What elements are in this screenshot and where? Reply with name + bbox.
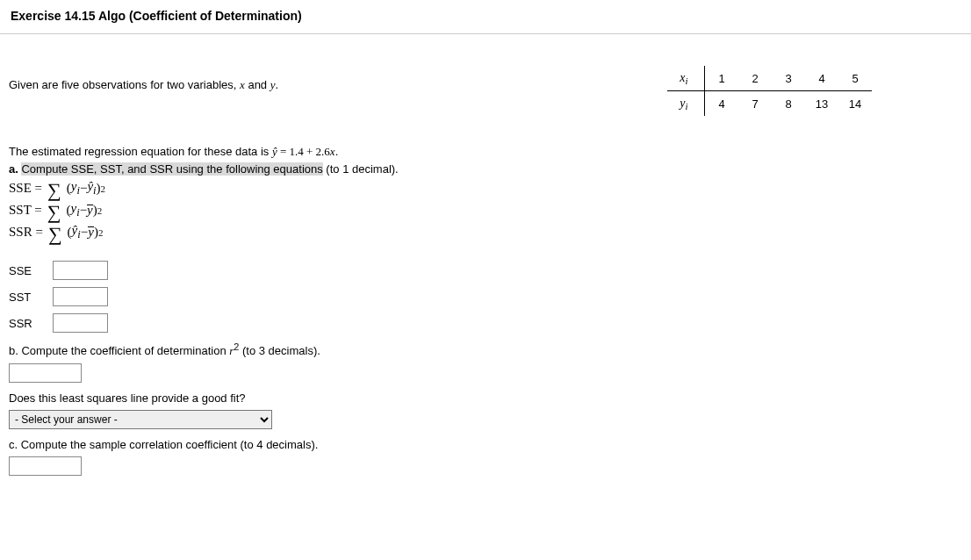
part-a-label: a.	[9, 162, 18, 176]
input-sst[interactable]	[53, 287, 108, 306]
table-cell: 4	[805, 66, 838, 91]
input-corr[interactable]	[9, 456, 82, 476]
table-cell: 1	[705, 66, 739, 91]
part-b-after: (to 3 decimals).	[239, 344, 320, 357]
formula-sst: SST = ∑ (yi − y)2	[9, 201, 962, 219]
part-b-before: b. Compute the coefficient of determinat…	[9, 344, 229, 357]
intro-before: Given are five observations for two vari…	[9, 78, 240, 91]
part-a-highlight: Compute SSE, SST, and SSR using the foll…	[21, 162, 322, 176]
table-cell: 3	[772, 66, 805, 91]
input-ssr[interactable]	[53, 313, 108, 333]
exercise-title: Exercise 14.15 Algo (Coefficient of Dete…	[11, 9, 302, 23]
regression-before: The estimated regression equation for th…	[9, 145, 272, 158]
row-label-x: xi	[667, 66, 705, 91]
exercise-header: Exercise 14.15 Algo (Coefficient of Dete…	[0, 0, 971, 34]
formula-sst-lhs: SST =	[9, 203, 42, 218]
formula-ssr-lhs: SSR =	[9, 225, 43, 240]
answer-row-sse: SSE	[9, 261, 962, 280]
table-cell: 8	[772, 91, 805, 117]
regression-line: The estimated regression equation for th…	[9, 145, 962, 159]
part-b: b. Compute the coefficient of determinat…	[9, 341, 962, 358]
part-c: c. Compute the sample correlation coeffi…	[9, 438, 962, 451]
row-label-y: yi	[667, 91, 705, 117]
input-sse[interactable]	[53, 261, 108, 280]
label-sse: SSE	[9, 264, 44, 277]
label-sst: SST	[9, 291, 44, 304]
table-row-y: yi 4 7 8 13 14	[667, 91, 872, 117]
content-area: Given are five observations for two vari…	[0, 34, 971, 485]
regression-after: .	[335, 145, 339, 158]
fit-question: Does this least squares line provide a g…	[9, 391, 962, 405]
intro-after: .	[276, 78, 279, 91]
intro-mid: and	[245, 78, 270, 91]
table-row-x: xi 1 2 3 4 5	[667, 66, 872, 91]
fit-select[interactable]: - Select your answer -	[9, 410, 272, 429]
input-r2[interactable]	[9, 363, 82, 383]
formula-sse: SSE = ∑ (yi − ŷi)2	[9, 179, 962, 197]
part-a: a. Compute SSE, SST, and SSR using the f…	[9, 162, 962, 176]
label-ssr: SSR	[9, 317, 44, 330]
data-table: xi 1 2 3 4 5 yi 4 7 8 13 14	[667, 66, 872, 116]
formula-ssr: SSR = ∑ (ŷi − y)2	[9, 223, 962, 241]
table-cell: 5	[838, 66, 872, 91]
answer-row-sst: SST	[9, 287, 962, 306]
part-a-after: (to 1 decimal).	[323, 162, 399, 176]
table-cell: 4	[705, 91, 739, 117]
table-cell: 2	[738, 66, 772, 91]
table-cell: 13	[805, 91, 838, 117]
table-cell: 7	[738, 91, 772, 117]
table-cell: 14	[838, 91, 872, 117]
answer-row-ssr: SSR	[9, 313, 962, 333]
formula-sse-lhs: SSE =	[9, 181, 42, 196]
